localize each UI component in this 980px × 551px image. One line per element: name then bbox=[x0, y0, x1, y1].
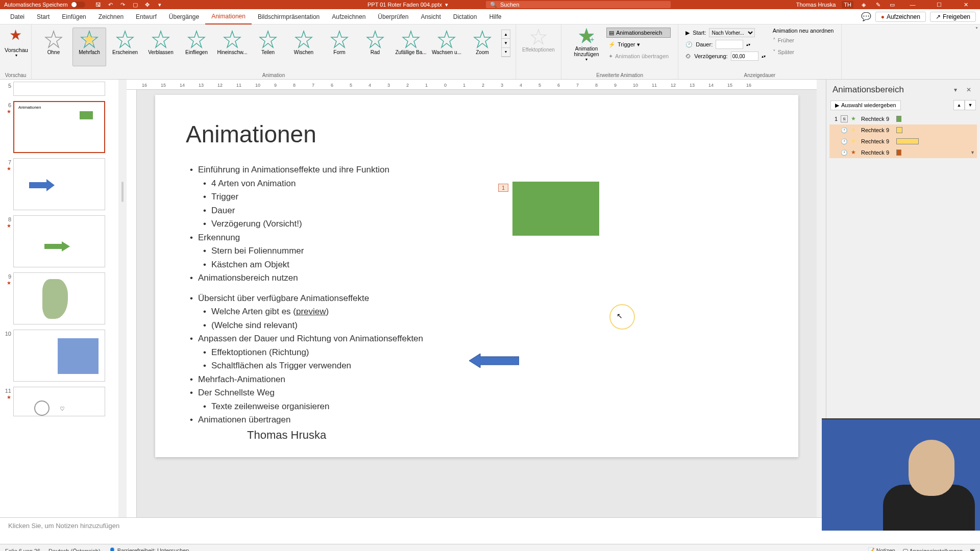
vorschau-label: Vorschau bbox=[5, 47, 28, 53]
green-rectangle-shape[interactable]: 1 bbox=[512, 182, 599, 236]
anim-pane-dropdown-icon[interactable]: ▾ bbox=[950, 85, 961, 95]
tab-aufzeichnen[interactable]: Aufzeichnen bbox=[326, 9, 372, 24]
anim-einfliegen[interactable]: Einfliegen bbox=[180, 28, 213, 66]
tab-bildschirmpraesentation[interactable]: Bildschirmpräsentation bbox=[252, 9, 326, 24]
trigger-button[interactable]: ⚡Trigger ▾ bbox=[606, 39, 671, 49]
anim-verblassen[interactable]: Verblassen bbox=[144, 28, 178, 66]
anim-erscheinen[interactable]: Erscheinen bbox=[108, 28, 142, 66]
search-box[interactable]: 🔍 bbox=[486, 1, 671, 8]
from-beginning-icon[interactable]: ▢ bbox=[131, 1, 139, 9]
vorschau-button[interactable]: Vorschau ▾ bbox=[3, 26, 30, 58]
ribbon-collapse-icon[interactable]: ˅ bbox=[975, 27, 978, 32]
anim-pane-close-icon[interactable]: ✕ bbox=[964, 85, 974, 95]
language-status[interactable]: Deutsch (Österreich) bbox=[48, 548, 100, 552]
slide-counter[interactable]: Folie 6 von 26 bbox=[5, 548, 40, 552]
animation-order-tag[interactable]: 1 bbox=[498, 184, 508, 192]
trigger-icon: ⚡ bbox=[608, 41, 616, 48]
author-text[interactable]: Thomas Hruska bbox=[247, 429, 326, 442]
user-name[interactable]: Thomas Hruska bbox=[796, 2, 836, 8]
anim-list-item[interactable]: 🕐★Rechteck 9 bbox=[829, 136, 977, 147]
status-bar: Folie 6 von 26 Deutsch (Österreich) 👤 Ba… bbox=[0, 544, 980, 551]
freigeben-button[interactable]: ↗Freigeben bbox=[930, 12, 976, 22]
touch-mode-icon[interactable]: ✥ bbox=[143, 1, 152, 9]
tab-zeichnen[interactable]: Zeichnen bbox=[92, 9, 130, 24]
animation-hinzufuegen-button[interactable]: + Animation hinzufügen ▾ bbox=[569, 28, 604, 71]
tab-ueberpruefen[interactable]: Überprüfen bbox=[372, 9, 414, 24]
gallery-down-icon[interactable]: ▼ bbox=[502, 39, 510, 47]
aufzeichnen-button[interactable]: ●Aufzeichnen bbox=[875, 12, 926, 22]
qat-more-icon[interactable]: ▾ bbox=[156, 1, 164, 9]
window-icon[interactable]: ▭ bbox=[888, 1, 896, 9]
clock-icon: 🕐 bbox=[685, 41, 693, 48]
anim-wachsen[interactable]: Wachsen u... bbox=[430, 28, 463, 66]
anim-mehrfach[interactable]: Mehrfach bbox=[72, 28, 106, 66]
toggle-switch[interactable] bbox=[71, 2, 85, 8]
anim-zufaellig[interactable]: Zufällige Ba... bbox=[394, 28, 428, 66]
close-button[interactable]: ✕ bbox=[955, 0, 976, 9]
coming-soon-icon[interactable]: ◈ bbox=[860, 1, 868, 9]
blue-arrow-shape[interactable] bbox=[469, 354, 519, 368]
thumb-6[interactable]: Animationen bbox=[13, 101, 105, 153]
thumb-10[interactable] bbox=[13, 330, 105, 382]
anim-wischen[interactable]: Wischen bbox=[287, 28, 321, 66]
slide-thumbnails[interactable]: 5 6★Animationen 7★ 8★ 9★ 10 11★♡ bbox=[0, 80, 118, 517]
save-icon[interactable]: 🖫 bbox=[94, 1, 103, 9]
search-input[interactable] bbox=[500, 2, 667, 8]
play-selection-button[interactable]: ▶Auswahl wiedergeben bbox=[830, 101, 901, 110]
gallery-up-icon[interactable]: ▲ bbox=[502, 30, 510, 39]
maximize-button[interactable]: ☐ bbox=[929, 0, 949, 9]
thumb-9[interactable] bbox=[13, 272, 105, 324]
slide-title[interactable]: Animationen bbox=[186, 120, 768, 148]
document-title[interactable]: PPT 01 Roter Faden 004.pptx ▾ bbox=[368, 2, 448, 8]
move-up-icon[interactable]: ▲ bbox=[953, 100, 965, 110]
verzoegerung-input[interactable] bbox=[731, 52, 758, 61]
move-down-icon[interactable]: ▼ bbox=[965, 100, 976, 110]
svg-marker-18 bbox=[44, 241, 70, 252]
anim-teilen[interactable]: Teilen bbox=[251, 28, 285, 66]
animationsbereich-button[interactable]: ▤Animationsbereich bbox=[606, 28, 671, 38]
anim-ohne[interactable]: Ohne bbox=[37, 28, 70, 66]
tab-entwurf[interactable]: Entwurf bbox=[130, 9, 163, 24]
anim-rad[interactable]: Rad bbox=[358, 28, 392, 66]
comments-icon[interactable]: 💬 bbox=[861, 12, 871, 21]
tab-ansicht[interactable]: Ansicht bbox=[414, 9, 447, 24]
start-select[interactable]: Nach Vorher... bbox=[709, 28, 755, 37]
slide-canvas[interactable]: Animationen Einführung in Animationseffe… bbox=[155, 95, 798, 457]
anim-list-item[interactable]: 🕐★Rechteck 9▼ bbox=[829, 147, 977, 158]
pen-icon[interactable]: ✎ bbox=[874, 1, 882, 9]
tab-uebergaenge[interactable]: Übergänge bbox=[163, 9, 205, 24]
anzeige-button[interactable]: 🖵 Anzeigeeinstellungen bbox=[902, 548, 963, 552]
accessibility-status[interactable]: 👤 Barrierefreiheit: Untersuchen bbox=[109, 547, 189, 551]
tab-start[interactable]: Start bbox=[31, 9, 56, 24]
thumb-5[interactable] bbox=[13, 82, 105, 96]
gallery-more-icon[interactable]: ▾ bbox=[502, 48, 510, 57]
redo-icon[interactable]: ↷ bbox=[119, 1, 127, 9]
autosave-toggle[interactable]: Automatisches Speichern bbox=[4, 2, 85, 8]
minimize-button[interactable]: — bbox=[902, 0, 923, 9]
animation-list: 1⎘★Rechteck 9🕐★Rechteck 9🕐★Rechteck 9🕐★R… bbox=[826, 112, 980, 159]
thumb-11[interactable]: ♡ bbox=[13, 387, 105, 416]
anim-hineinschweben[interactable]: Hineinschw... bbox=[215, 28, 249, 66]
dauer-input[interactable] bbox=[716, 40, 743, 49]
notizen-button[interactable]: 📝 Notizen bbox=[868, 547, 895, 551]
thumb-7[interactable] bbox=[13, 158, 105, 210]
tab-datei[interactable]: Datei bbox=[4, 9, 31, 24]
tab-animationen[interactable]: Animationen bbox=[205, 9, 252, 24]
tab-hilfe[interactable]: Hilfe bbox=[483, 9, 507, 24]
tab-einfuegen[interactable]: Einfügen bbox=[56, 9, 92, 24]
tab-dictation[interactable]: Dictation bbox=[447, 9, 483, 24]
view-normal-icon[interactable]: ▣ bbox=[970, 547, 975, 551]
anim-form[interactable]: Form bbox=[323, 28, 356, 66]
pane-splitter[interactable] bbox=[118, 80, 127, 517]
anim-list-item[interactable]: 1⎘★Rechteck 9 bbox=[829, 113, 977, 124]
user-avatar[interactable]: TH bbox=[842, 1, 853, 8]
anim-star-icon: ★ bbox=[7, 223, 11, 229]
undo-icon[interactable]: ↶ bbox=[107, 1, 115, 9]
svg-marker-9 bbox=[331, 31, 348, 47]
anim-list-item[interactable]: 🕐★Rechteck 9 bbox=[829, 124, 977, 136]
svg-marker-12 bbox=[438, 31, 455, 47]
slide-bullets[interactable]: Einführung in Animationseffekte und ihre… bbox=[186, 163, 768, 427]
thumb-8[interactable] bbox=[13, 215, 105, 267]
filename-dropdown-icon[interactable]: ▾ bbox=[445, 2, 448, 8]
anim-zoom[interactable]: Zoom bbox=[465, 28, 499, 66]
